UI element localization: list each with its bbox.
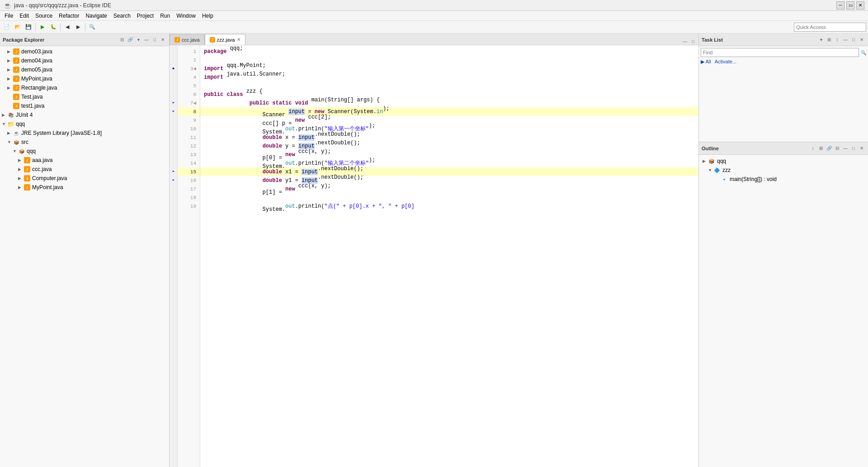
outline-item-qqq[interactable]: ▶ 📦 qqq [699, 157, 868, 166]
tree-arrow: ▶ [7, 49, 13, 54]
outline-maximize-button[interactable]: □ [850, 145, 857, 152]
java-file-icon: J [24, 166, 31, 173]
task-sort-button[interactable]: ↕ [834, 36, 841, 43]
menu-refactor[interactable]: Refactor [56, 12, 82, 20]
package-explorer-header: Package Explorer ⊟ 🔗 ▾ — □ ✕ [0, 33, 169, 46]
task-activate-link[interactable]: Activate... [715, 59, 736, 65]
outline-close-button[interactable]: ✕ [858, 145, 865, 152]
close-button[interactable]: ✕ [856, 1, 864, 10]
menu-edit[interactable]: Edit [17, 12, 32, 20]
tree-item-aaa[interactable]: ▶ J aaa.java [0, 156, 169, 165]
close-panel-button[interactable]: ✕ [159, 36, 166, 43]
tree-arrow: ▶ [7, 131, 13, 135]
gutter-line-2 [170, 56, 177, 64]
task-close-button[interactable]: ✕ [858, 36, 865, 43]
java-file-icon: J [13, 93, 20, 100]
task-search-button[interactable]: 🔍 [861, 50, 866, 55]
tree-item-qqq-package[interactable]: ▼ 📦 qqq [0, 147, 169, 156]
tree-item-src[interactable]: ▼ 📦 src [0, 138, 169, 147]
save-button[interactable]: 💾 [24, 22, 33, 32]
tree-item-ccc[interactable]: ▶ J ccc.java [0, 165, 169, 174]
back-button[interactable]: ◀ [62, 22, 72, 32]
tree-label-qqq-package: qqq [27, 148, 36, 154]
new-file-button[interactable]: 📄 [2, 22, 12, 32]
line-num-3: 3◀ [178, 64, 200, 73]
tree-item-jre[interactable]: ▶ ☕ JRE System Library [JavaSE-1.8] [0, 129, 169, 138]
gutter-line-18 [170, 193, 177, 202]
tree-item-demo05[interactable]: ▶ J demo05.java [0, 65, 169, 74]
forward-button[interactable]: ▶ [73, 22, 83, 32]
minimize-panel-button[interactable]: — [143, 36, 150, 43]
restore-button[interactable]: ▭ [846, 1, 854, 10]
tab-zzz[interactable]: J zzz.java ✕ [205, 34, 245, 45]
line-num-10: 10 [178, 124, 200, 133]
line-num-19: 19 [178, 202, 200, 210]
outline-item-main[interactable]: 🔹 main(String[]) : void [699, 175, 868, 184]
tree-item-mypoint[interactable]: ▶ J MyPoint.java [0, 74, 169, 83]
line-num-2: 2 [178, 56, 200, 64]
tree-item-demo03[interactable]: ▶ J demo03.java [0, 47, 169, 56]
menu-source[interactable]: Source [33, 12, 55, 20]
keyword-void: void [295, 100, 308, 106]
tree-item-mypoint2[interactable]: ▶ J MyPoint.java [0, 183, 169, 192]
menu-file[interactable]: File [2, 12, 16, 20]
quick-access-input[interactable] [794, 23, 866, 32]
task-all-link[interactable]: ▶ All [701, 59, 711, 65]
outline-link-button[interactable]: 🔗 [826, 145, 833, 152]
menu-search[interactable]: Search [111, 12, 133, 20]
tree-label-test: Test.java [21, 94, 42, 100]
maximize-panel-button[interactable]: □ [151, 36, 158, 43]
task-new-button[interactable]: ▾ [817, 36, 825, 43]
tree-item-computer[interactable]: ▶ J Computer.java [0, 174, 169, 183]
gutter-line-17 [170, 185, 177, 193]
tree-label-qqq-project: qqq [16, 121, 25, 127]
outline-sort-button[interactable]: ↕ [809, 145, 816, 152]
outline-filter-button[interactable]: ⊞ [817, 145, 825, 152]
outline-minimize-button[interactable]: — [842, 145, 849, 152]
tree-item-test1[interactable]: J test1.java [0, 101, 169, 110]
keyword-new-13: new [285, 152, 295, 158]
src-icon: 📦 [13, 138, 20, 146]
task-search-input[interactable] [701, 48, 859, 57]
tab-ccc[interactable]: J ccc.java [170, 34, 205, 45]
link-editor-button[interactable]: 🔗 [127, 36, 134, 43]
run-button[interactable]: ▶ [38, 22, 47, 32]
java-file-icon: J [13, 48, 20, 55]
menu-help[interactable]: Help [199, 12, 216, 20]
editor-minimize-button[interactable]: — [681, 38, 689, 45]
search-button[interactable]: 🔍 [87, 22, 97, 32]
outline-title: Outline [702, 146, 719, 151]
outline-item-zzz[interactable]: ▼ 🔷 zzz [699, 166, 868, 175]
minimize-button[interactable]: ─ [836, 1, 844, 10]
gutter-line-13 [170, 150, 177, 159]
tree-label-mypoint: MyPoint.java [21, 76, 52, 82]
open-button[interactable]: 📂 [13, 22, 23, 32]
task-maximize-button[interactable]: □ [850, 36, 857, 43]
menu-window[interactable]: Window [174, 12, 198, 20]
task-minimize-button[interactable]: — [842, 36, 849, 43]
tree-item-junit4[interactable]: ▶ 📚 JUnit 4 [0, 110, 169, 119]
line-num-8: 8 [178, 107, 200, 116]
editor-maximize-button[interactable]: □ [689, 38, 697, 45]
gutter-line-6 [170, 90, 177, 99]
menu-navigate[interactable]: Navigate [83, 12, 109, 20]
tree-label-demo03: demo03.java [21, 48, 52, 55]
tree-item-qqq-project[interactable]: ▼ 📁 qqq [0, 119, 169, 129]
tree-label-test1: test1.java [21, 103, 44, 109]
window-controls: ─ ▭ ✕ [836, 1, 864, 10]
tree-item-test[interactable]: J Test.java [0, 92, 169, 101]
menu-run[interactable]: Run [157, 12, 173, 20]
line-num-1: 1 [178, 47, 200, 56]
view-menu-button[interactable]: ▾ [135, 36, 142, 43]
outline-collapse-button[interactable]: ⊟ [834, 145, 841, 152]
tree-item-rectangle[interactable]: ▶ J Rectangle.java [0, 83, 169, 92]
editor-gutter: ● ➤ ➤ ➤ [170, 45, 178, 467]
collapse-all-button[interactable]: ⊟ [118, 36, 126, 43]
tree-item-demo04[interactable]: ▶ J demo04.java [0, 56, 169, 65]
java-file-icon: J [13, 57, 20, 64]
code-content[interactable]: package qqq; import qqq.MyPoint; import … [200, 45, 698, 467]
debug-button[interactable]: 🐛 [48, 22, 58, 32]
tab-zzz-close[interactable]: ✕ [237, 37, 241, 42]
task-filter-button[interactable]: ⊞ [826, 36, 833, 43]
menu-project[interactable]: Project [134, 12, 156, 20]
